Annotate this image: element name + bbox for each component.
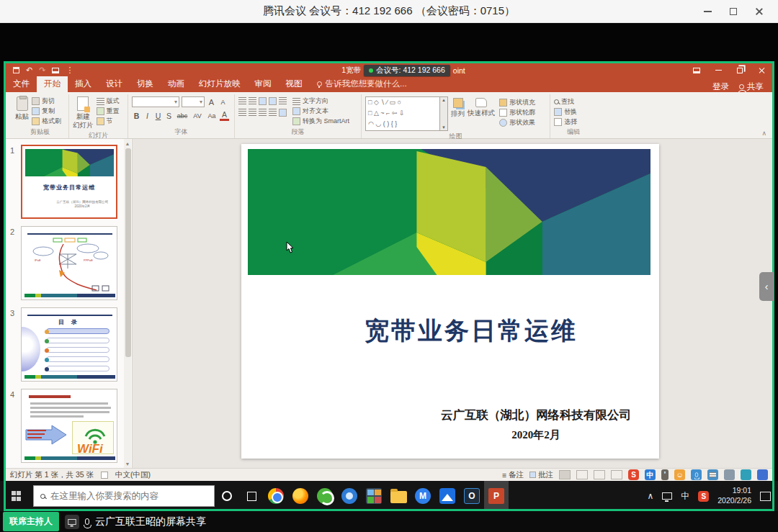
font-color-button[interactable]: A <box>220 110 229 121</box>
language-indicator[interactable]: 中文(中国) <box>115 470 151 480</box>
section-button[interactable]: 节 <box>97 117 120 126</box>
shadow-button[interactable]: S <box>164 112 174 120</box>
cut-button[interactable]: 剪切 <box>32 96 61 106</box>
taskbar-clock[interactable]: 19:01 2020/2/26 <box>717 486 751 505</box>
text-direction-button[interactable]: 文字方向 <box>292 96 349 106</box>
screen-share-chip[interactable] <box>65 515 79 529</box>
ppt-restore-button[interactable] <box>729 63 751 77</box>
task-view-button[interactable] <box>239 481 264 511</box>
collapse-ribbon-button[interactable]: ∧ <box>761 130 766 137</box>
qat-more-icon[interactable]: ⋮ <box>66 66 73 74</box>
handwriting-icon[interactable] <box>724 469 735 480</box>
microphone-icon[interactable] <box>85 518 89 525</box>
search-input[interactable] <box>50 491 194 501</box>
copy-button[interactable]: 复制 <box>32 107 61 116</box>
meeting-panel-collapse-handle[interactable]: ‹ <box>759 272 774 301</box>
keyboard-icon[interactable] <box>707 469 718 480</box>
cortana-button[interactable] <box>215 481 239 511</box>
align-text-button[interactable]: 对齐文本 <box>292 107 349 116</box>
italic-button[interactable]: I <box>143 112 152 120</box>
grow-font-button[interactable]: A <box>207 98 216 107</box>
shapes-gallery-scroll[interactable]: ▲ ▼ <box>440 96 448 131</box>
sogou-ime-icon[interactable]: S <box>628 469 639 480</box>
slide-thumbnail-3[interactable]: 目 录 <box>21 307 117 382</box>
minimize-button[interactable] <box>694 0 720 23</box>
scroll-down-button[interactable]: ▼ <box>124 459 131 468</box>
slideshow-icon[interactable] <box>52 68 59 73</box>
tab-review[interactable]: 审阅 <box>248 76 279 92</box>
notes-button[interactable]: ≡备注 <box>502 470 524 480</box>
tab-home[interactable]: 开始 <box>37 76 68 92</box>
action-center-icon[interactable] <box>760 492 771 501</box>
scrollbar-thumb[interactable] <box>125 148 131 357</box>
taskbar-search[interactable] <box>33 485 215 507</box>
align-left-icon[interactable] <box>238 109 246 116</box>
slideshow-view-button[interactable] <box>611 470 622 479</box>
taskbar-blue-app[interactable] <box>337 481 362 511</box>
maximize-button[interactable] <box>720 0 746 23</box>
close-button[interactable] <box>746 0 772 23</box>
new-slide-button[interactable]: 新建 幻灯片 <box>73 95 94 130</box>
bullets-icon[interactable] <box>238 97 246 104</box>
tray-sogou-icon[interactable]: S <box>698 491 709 502</box>
format-painter-button[interactable]: 格式刷 <box>32 117 61 126</box>
scroll-up-button[interactable]: ▲ <box>124 139 131 148</box>
ppt-minimize-button[interactable] <box>707 63 729 77</box>
align-center-icon[interactable] <box>249 109 256 116</box>
paste-button[interactable]: 粘贴 <box>15 95 29 127</box>
reset-button[interactable]: 重置 <box>97 107 120 116</box>
ime-zh-icon[interactable]: 中 <box>645 469 656 480</box>
change-case-button[interactable]: Aa <box>205 112 218 120</box>
line-spacing-icon[interactable] <box>279 97 287 104</box>
taskbar-o-app[interactable]: O <box>460 481 484 511</box>
underline-button[interactable]: U <box>153 112 163 120</box>
redo-icon[interactable]: ↷ <box>39 66 45 74</box>
taskbar-browser360[interactable] <box>313 481 337 511</box>
tray-expand-icon[interactable]: ∧ <box>647 491 653 501</box>
shrink-font-button[interactable]: A <box>218 99 228 106</box>
undo-icon[interactable]: ↶ <box>26 66 32 74</box>
bold-button[interactable]: B <box>132 112 141 120</box>
align-right-icon[interactable] <box>259 109 267 116</box>
char-spacing-button[interactable]: AV <box>191 112 204 120</box>
tab-file[interactable]: 文件 <box>6 76 37 92</box>
font-size-select[interactable]: ▾ <box>182 96 205 107</box>
shape-outline-button[interactable]: 形状轮廓 <box>499 108 535 117</box>
taskbar-firefox[interactable] <box>288 481 313 511</box>
toolbox-icon[interactable] <box>757 469 768 480</box>
select-button[interactable]: 选择 <box>554 117 593 127</box>
taskbar-meeting-app[interactable] <box>435 481 460 511</box>
reading-view-button[interactable] <box>594 470 605 479</box>
save-icon[interactable] <box>13 67 19 73</box>
taskbar-file-explorer[interactable] <box>386 481 411 511</box>
slide-thumbnail-4[interactable]: WiFi <box>21 389 117 463</box>
slide-thumbnail-2[interactable]: IPoE PPPoE <box>21 226 117 300</box>
start-button[interactable] <box>0 481 33 511</box>
shape-fill-button[interactable]: 形状填充 <box>499 98 535 107</box>
tab-design[interactable]: 设计 <box>99 76 130 92</box>
shapes-gallery[interactable]: □ ◇ ∖ ∕ ▭ ○ □ △ ~ ⌐ ⇦ ⇩ ◠ ◡ ( ) { } <box>365 96 440 131</box>
slide-thumbnail-1[interactable]: 宽带业务日常运维 云广互联（湖北）网络科技有限公司 2020年2月 <box>21 145 117 219</box>
signin-button[interactable]: 登录 <box>712 81 729 92</box>
spellcheck-icon[interactable] <box>101 472 108 479</box>
slide-sorter-view-button[interactable] <box>576 470 588 479</box>
skin-icon[interactable] <box>741 469 751 480</box>
network-display-icon[interactable] <box>662 492 672 500</box>
taskbar-meeting-circle[interactable]: M <box>411 481 435 511</box>
strikethrough-button[interactable]: abc <box>175 112 189 120</box>
tab-insert[interactable]: 插入 <box>68 76 99 92</box>
ribbon-display-button[interactable] <box>686 63 707 77</box>
current-slide[interactable]: 宽带业务日常运维 云广互联（湖北）网络科技有限公司 2020年2月 <box>241 144 659 459</box>
taskbar-photos[interactable] <box>362 481 386 511</box>
mic-icon[interactable] <box>691 469 702 480</box>
ime-punct-icon[interactable]: ’ <box>661 469 669 480</box>
taskbar-powerpoint[interactable]: P <box>484 481 509 511</box>
share-button[interactable]: 共享 <box>739 81 764 92</box>
numbering-icon[interactable] <box>249 97 256 104</box>
emoji-icon[interactable]: ☺ <box>674 469 685 480</box>
taskbar-chrome[interactable] <box>264 481 288 511</box>
tab-animations[interactable]: 动画 <box>161 76 192 92</box>
layout-button[interactable]: 版式 <box>97 96 120 106</box>
tab-slideshow[interactable]: 幻灯片放映 <box>192 76 248 92</box>
quick-styles-button[interactable]: 快速样式 <box>468 96 495 131</box>
